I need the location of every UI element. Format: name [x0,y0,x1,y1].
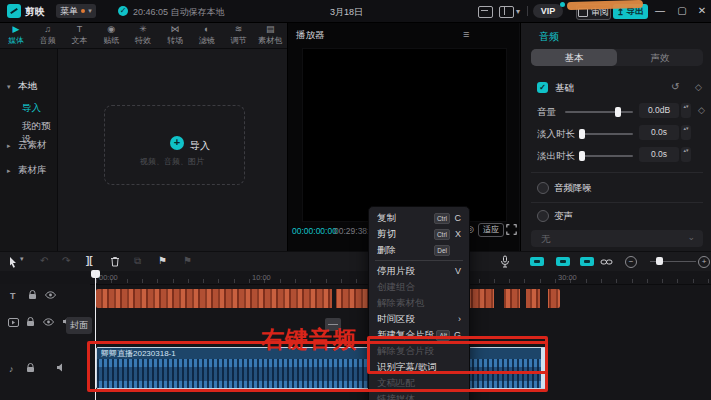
mark-flag-icon[interactable]: ⚑ [158,255,167,266]
chevron-down-icon[interactable]: ▾ [516,7,520,16]
annotation-text: 右键音频 [261,324,357,355]
eye-icon[interactable] [43,318,54,326]
undo-icon[interactable]: ↶ [40,255,48,266]
timeline-zoom-handle[interactable] [656,257,663,265]
keyframe-diamond-icon[interactable]: ◇ [698,105,705,115]
delete-icon[interactable] [110,256,120,267]
speaker-icon[interactable] [56,363,66,372]
keyframe-diamond-icon[interactable]: ◇ [695,82,702,92]
zoom-in-icon[interactable]: + [698,256,710,268]
tab-audio[interactable]: ♫ 音频 [32,22,64,48]
autosave-status: 20:46:05 自动保存本地 [133,6,225,19]
linkage-icon[interactable] [580,257,594,266]
fade-in-slider[interactable] [579,133,633,135]
lock-icon[interactable] [26,317,35,327]
divider [531,172,703,173]
basic-section-checkbox[interactable]: ✓ [537,82,548,93]
main-menu-button[interactable]: 菜单 ▾ [56,4,96,18]
video-track-icon [8,318,19,327]
split-icon[interactable]: ][ [86,255,93,266]
tab-basic[interactable]: 基本 [531,49,617,66]
zoom-out-icon[interactable]: − [625,256,637,268]
sidebar-item-cloud-material[interactable]: 云素材 [18,139,47,152]
preview-axis-icon[interactable] [600,257,613,267]
volume-slider[interactable] [565,111,633,113]
mirror-icon[interactable]: ⧉ [134,255,141,267]
fade-out-stepper[interactable]: ▴▾ [681,147,691,162]
redo-icon[interactable]: ↷ [62,255,70,266]
current-timecode: 00:00:00:00 [292,226,337,236]
tab-sound-effect[interactable]: 声效 [617,49,703,66]
volume-label: 音量 [537,106,556,119]
lock-icon[interactable] [26,363,35,373]
submenu-arrow-icon: › [453,314,461,324]
chevron-down-icon: ▾ [88,7,92,15]
vip-button[interactable]: VIP [533,4,563,18]
tab-transitions[interactable]: ⋈ 转场 [159,22,191,48]
voice-effect-dropdown[interactable]: 无 ⌄ [531,230,703,247]
clip-gap [332,289,336,308]
annotation-box-menu-item [367,336,548,374]
ruler-label: 30:00 [558,273,577,282]
maximize-button[interactable]: ▢ [674,3,690,19]
mark-flag-disabled-icon[interactable]: ⚑ [183,255,192,266]
audio-icon: ♫ [44,24,51,34]
record-voiceover-icon[interactable] [500,255,510,268]
fullscreen-icon[interactable] [506,224,517,235]
audio-track-icon: ♪ [9,364,14,374]
player-menu-icon[interactable]: ≡ [463,28,469,40]
basic-section-label: 基础 [555,82,574,95]
tab-filters[interactable]: ◐ 滤镜 [191,22,223,48]
tab-text[interactable]: T 文本 [64,22,96,48]
menu-item-disable-clip[interactable]: 停用片段 V [369,263,469,279]
fade-out-label: 淡出时长 [537,150,575,163]
fade-out-value[interactable]: 0.0s [639,147,679,162]
layout-icon[interactable] [499,6,514,18]
package-icon: ▤ [266,24,275,34]
player-panel-title: 播放器 [296,29,325,42]
sidebar-item-material-library[interactable]: 素材库 [18,164,47,177]
fade-out-slider[interactable] [579,155,633,157]
caret-right-icon: ▸ [7,167,11,175]
tab-effects[interactable]: ✳ 特效 [127,22,159,48]
close-button[interactable]: ✕ [694,3,710,19]
subtitle-clips-strip[interactable] [96,289,560,308]
main-track-magnet-icon[interactable] [530,257,544,266]
sticker-icon: ◉ [107,24,115,34]
tab-adjust[interactable]: ≋ 调节 [223,22,255,48]
sidebar-item-local[interactable]: 本地 [18,80,37,93]
tab-media[interactable]: ▶ 媒体 [0,22,32,48]
select-tool-icon[interactable] [8,256,18,268]
eye-icon[interactable] [45,291,56,299]
caret-down-icon: ▾ [7,83,11,91]
sidebar-item-import[interactable]: 导入 [22,102,41,115]
track-headers: T ♪ [0,284,90,400]
chevron-down-icon[interactable]: ▾ [20,255,24,263]
menu-item-time-section[interactable]: 时间区段 › [369,311,469,327]
date-label: 3月18日 [330,6,363,19]
fit-mode-button[interactable]: 适应 [478,223,504,237]
plus-icon[interactable]: + [170,136,184,150]
import-button-label[interactable]: 导入 [190,139,210,153]
timeline-ruler[interactable]: 00:00 10:00 20:00 30:00 [0,271,711,285]
tab-template-pack[interactable]: ▤ 素材包 [254,22,286,48]
clip-gap [540,289,548,308]
fade-in-stepper[interactable]: ▴▾ [681,125,691,140]
menu-item-cut[interactable]: 剪切 Ctrl X [369,226,469,242]
tab-sticker[interactable]: ◉ 贴纸 [95,22,127,48]
cover-button[interactable]: 封面 [66,317,92,334]
auto-snap-icon[interactable] [556,257,570,266]
reset-icon[interactable]: ↺ [671,81,679,92]
menu-item-delete[interactable]: 删除 Del [369,242,469,258]
feedback-icon[interactable] [478,6,493,18]
clip-gap [494,289,504,308]
denoise-checkbox[interactable] [537,182,549,194]
audio-settings-panel: 音频 基本 声效 ✓ 基础 ↺ ◇ 音量 0.0dB ▴▾ ◇ 淡入时长 0.0… [520,22,711,251]
menu-item-copy[interactable]: 复制 Ctrl C [369,210,469,226]
voice-change-checkbox[interactable] [537,210,549,222]
volume-value[interactable]: 0.0dB [639,103,679,118]
volume-stepper[interactable]: ▴▾ [681,103,691,118]
fade-in-value[interactable]: 0.0s [639,125,679,140]
lock-icon[interactable] [28,290,37,300]
minimize-button[interactable]: — [652,3,668,19]
